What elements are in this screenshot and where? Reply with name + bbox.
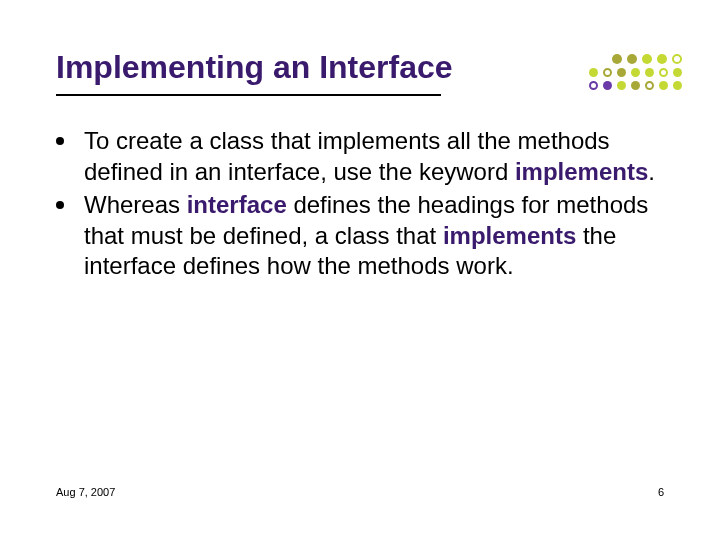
- keyword: implements: [443, 222, 576, 249]
- bullet-icon: [56, 137, 64, 145]
- title-underline: [56, 94, 441, 96]
- bullet-icon: [56, 201, 64, 209]
- footer-date: Aug 7, 2007: [56, 486, 115, 498]
- slide-footer: Aug 7, 2007 6: [56, 486, 664, 498]
- bullet-text: To create a class that implements all th…: [84, 126, 664, 187]
- title-area: Implementing an Interface: [56, 48, 664, 92]
- list-item: To create a class that implements all th…: [56, 126, 664, 187]
- bullet-list: To create a class that implements all th…: [56, 126, 664, 282]
- slide-title: Implementing an Interface: [56, 48, 664, 86]
- slide-body: To create a class that implements all th…: [56, 126, 664, 282]
- keyword: implements: [515, 158, 648, 185]
- bullet-text: Whereas interface defines the headings f…: [84, 190, 664, 282]
- slide: Implementing an Interface To create a cl…: [0, 0, 720, 540]
- footer-page-number: 6: [658, 486, 664, 498]
- list-item: Whereas interface defines the headings f…: [56, 190, 664, 282]
- keyword: interface: [187, 191, 287, 218]
